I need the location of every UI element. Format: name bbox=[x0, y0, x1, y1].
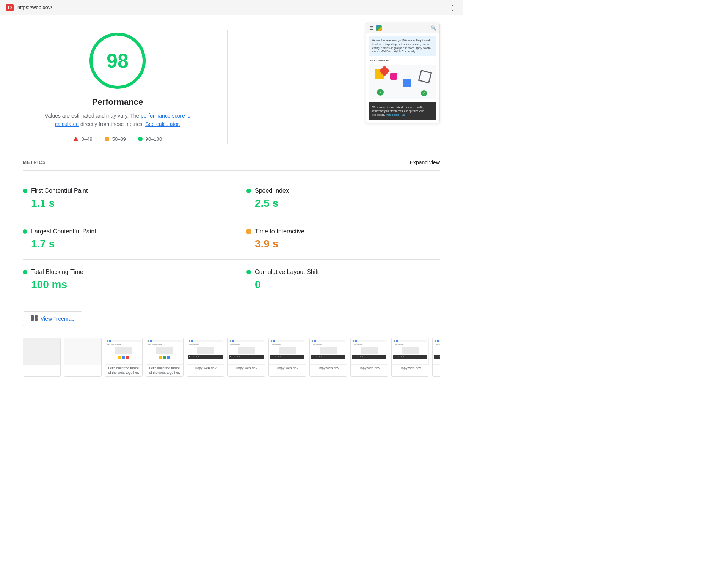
metric-tti-label: Time to Interactive bbox=[255, 228, 304, 235]
filmstrip-thumb-5: Copy web.dev More details Ok bbox=[187, 338, 224, 365]
legend-red-label: 0–49 bbox=[82, 136, 93, 142]
browser-logo-icon bbox=[6, 4, 14, 11]
ill-checkmark2: ✓ bbox=[421, 90, 427, 96]
score-desc-middle: directly from these metrics. bbox=[79, 121, 145, 127]
filmstrip-thumb-4: Let's build the future... bbox=[146, 338, 183, 365]
metrics-grid: First Contentful Paint 1.1 s Speed Index… bbox=[23, 178, 440, 300]
screenshot-top-bar: ☰ 🔍 bbox=[366, 23, 439, 33]
filmstrip-caption-5: Copy web.dev bbox=[187, 365, 224, 372]
score-desc-prefix: Values are estimated and may vary. The bbox=[45, 113, 141, 119]
filmstrip-item-6: Copy web.dev More details Ok Copy web.de… bbox=[228, 338, 265, 377]
view-treemap-button[interactable]: View Treemap bbox=[23, 311, 82, 326]
ss-hamburger-icon: ☰ bbox=[369, 25, 373, 31]
filmstrip-thumb-2 bbox=[64, 338, 101, 365]
metric-fcp-label: First Contentful Paint bbox=[31, 187, 88, 194]
ss-search-icon: 🔍 bbox=[431, 25, 436, 31]
filmstrip-caption-8: Copy web.dev bbox=[310, 365, 347, 372]
filmstrip-thumb-inner-11: Copy web.dev More details Ok bbox=[433, 338, 440, 365]
metric-si: Speed Index 2.5 s bbox=[231, 178, 440, 219]
filmstrip-caption-11: Copy web.dev bbox=[433, 365, 440, 372]
ss-illustration: ✓ ✓ bbox=[369, 65, 436, 99]
legend-orange-label: 50–89 bbox=[112, 136, 126, 142]
screenshot-body: We want to hear from you! We are looking… bbox=[366, 33, 439, 123]
metric-fcp-value: 1.1 s bbox=[23, 197, 216, 209]
metric-si-value: 2.5 s bbox=[246, 197, 440, 209]
filmstrip-thumb-inner-10: Copy web.dev More details Ok bbox=[392, 338, 429, 365]
filmstrip-thumb-6: Copy web.dev More details Ok bbox=[228, 338, 265, 365]
ss-about-label: About web.dev bbox=[369, 59, 436, 62]
score-description: Values are estimated and may vary. The p… bbox=[38, 112, 197, 129]
divider-vertical bbox=[228, 30, 228, 144]
filmstrip-item-2 bbox=[64, 338, 102, 377]
ss-cookie-details-link[interactable]: More details bbox=[386, 113, 399, 116]
browser-menu-icon[interactable]: ⋮ bbox=[449, 3, 457, 12]
metric-si-indicator bbox=[246, 189, 251, 193]
metric-lcp: Largest Contentful Paint 1.7 s bbox=[23, 219, 231, 260]
ill-checkmark1: ✓ bbox=[377, 89, 384, 96]
legend-item-green: 90–100 bbox=[138, 136, 162, 142]
metrics-section: METRICS Expand view First Contentful Pai… bbox=[23, 159, 440, 300]
calculator-link[interactable]: See calculator. bbox=[145, 121, 180, 127]
treemap-button-label: View Treemap bbox=[41, 316, 74, 322]
metrics-header: METRICS Expand view bbox=[23, 159, 440, 171]
filmstrip-thumb-9: Copy web.dev More details Ok bbox=[351, 338, 388, 365]
expand-view-button[interactable]: Expand view bbox=[410, 159, 440, 165]
metric-tti-name-row: Time to Interactive bbox=[246, 228, 440, 235]
metric-tti: Time to Interactive 3.9 s bbox=[231, 219, 440, 260]
legend-item-orange: 50–89 bbox=[105, 136, 126, 142]
filmstrip-item-11: Copy web.dev More details Ok Copy web.de… bbox=[432, 338, 440, 377]
metric-tbt-indicator bbox=[23, 270, 27, 274]
legend-orange-icon bbox=[105, 137, 109, 141]
metric-tbt-label: Total Blocking Time bbox=[31, 269, 83, 275]
ill-blue-square bbox=[403, 79, 411, 87]
main-content: 98 Performance Values are estimated and … bbox=[0, 15, 463, 396]
url-bar[interactable]: https://web.dev/ bbox=[17, 5, 449, 10]
treemap-section: View Treemap bbox=[23, 311, 440, 326]
ss-banner-text: We want to hear from you! We are looking… bbox=[372, 39, 431, 53]
legend-red-icon bbox=[73, 137, 78, 141]
ss-banner: We want to hear from you! We are looking… bbox=[369, 36, 436, 56]
filmstrip-item-10: Copy web.dev More details Ok Copy web.de… bbox=[391, 338, 429, 377]
metric-tbt-name-row: Total Blocking Time bbox=[23, 269, 216, 275]
filmstrip-item-4: Let's build the future... Let's build th… bbox=[146, 338, 184, 377]
svg-point-1 bbox=[9, 6, 11, 9]
filmstrip-item-5: Copy web.dev More details Ok Copy web.de… bbox=[187, 338, 224, 377]
metric-tti-value: 3.9 s bbox=[246, 238, 440, 250]
screenshot-preview: ☰ 🔍 We want to hear from you! We are loo… bbox=[366, 23, 440, 123]
metrics-label: METRICS bbox=[23, 160, 46, 165]
metric-cls-indicator bbox=[246, 270, 251, 274]
legend-item-red: 0–49 bbox=[73, 136, 93, 142]
ss-cookie-ok: Ok bbox=[402, 113, 405, 116]
filmstrip-item-3: Let's build the future... Let's build th… bbox=[105, 338, 143, 377]
metric-tbt-value: 100 ms bbox=[23, 279, 216, 291]
metric-si-label: Speed Index bbox=[255, 187, 289, 194]
filmstrip-caption-9: Copy web.dev bbox=[351, 365, 388, 372]
filmstrip-caption-7: Copy web.dev bbox=[269, 365, 306, 372]
ss-cookie-bar: We serve cookies on this site to analyze… bbox=[369, 102, 436, 120]
filmstrip-item-7: Copy web.dev More details Ok Copy web.de… bbox=[268, 338, 306, 377]
score-gauge: 98 bbox=[87, 30, 148, 91]
metric-lcp-value: 1.7 s bbox=[23, 238, 216, 250]
filmstrip: Let's build the future... Let's build th… bbox=[23, 338, 440, 381]
filmstrip-thumb-inner-9: Copy web.dev More details Ok bbox=[351, 338, 388, 365]
filmstrip-thumb-7: Copy web.dev More details Ok bbox=[269, 338, 306, 365]
filmstrip-caption-1 bbox=[23, 365, 60, 368]
score-legend: 0–49 50–89 90–100 bbox=[73, 136, 162, 142]
filmstrip-item-9: Copy web.dev More details Ok Copy web.de… bbox=[350, 338, 388, 377]
filmstrip-thumb-inner-7: Copy web.dev More details Ok bbox=[269, 338, 306, 365]
filmstrip-thumb-10: Copy web.dev More details Ok bbox=[392, 338, 429, 365]
filmstrip-thumb-inner-6: Copy web.dev More details Ok bbox=[228, 338, 265, 365]
filmstrip-thumb-3: Let's build the future... bbox=[105, 338, 142, 365]
filmstrip-caption-3: Let's build the future of the web, toget… bbox=[105, 365, 142, 376]
metric-tbt: Total Blocking Time 100 ms bbox=[23, 260, 231, 300]
metric-cls-value: 0 bbox=[246, 279, 440, 291]
filmstrip-thumb-1 bbox=[23, 338, 60, 365]
metric-cls-label: Cumulative Layout Shift bbox=[255, 269, 319, 275]
filmstrip-thumb-inner-4: Let's build the future... bbox=[146, 338, 183, 365]
metric-cls-name-row: Cumulative Layout Shift bbox=[246, 269, 440, 275]
metric-fcp: First Contentful Paint 1.1 s bbox=[23, 178, 231, 219]
metric-lcp-name-row: Largest Contentful Paint bbox=[23, 228, 216, 235]
metric-fcp-indicator bbox=[23, 189, 27, 193]
score-number: 98 bbox=[107, 49, 129, 72]
filmstrip-caption-10: Copy web.dev bbox=[392, 365, 429, 372]
